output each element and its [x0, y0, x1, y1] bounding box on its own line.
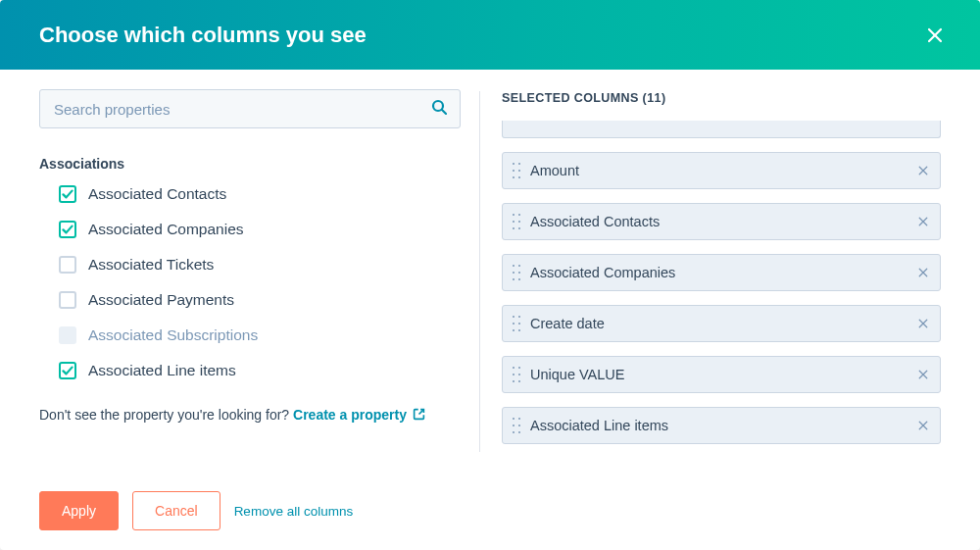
checkbox[interactable] — [59, 185, 76, 203]
remove-column-button[interactable] — [918, 266, 928, 280]
pane-divider — [479, 91, 480, 452]
association-row[interactable]: Associated Contacts — [59, 185, 461, 203]
checkbox[interactable] — [59, 291, 76, 309]
drag-handle-icon[interactable] — [513, 214, 520, 229]
association-row: Associated Subscriptions — [59, 326, 461, 344]
close-icon — [918, 319, 928, 328]
modal-header: Choose which columns you see — [0, 0, 980, 70]
close-icon — [918, 268, 928, 277]
checkmark-icon — [62, 224, 74, 235]
close-button[interactable] — [919, 20, 951, 51]
remove-column-button[interactable] — [918, 164, 928, 178]
apply-button[interactable]: Apply — [39, 491, 119, 530]
remove-column-button[interactable] — [918, 419, 928, 433]
search-wrap — [39, 89, 461, 128]
association-label: Associated Tickets — [88, 256, 214, 274]
association-list: Associated ContactsAssociated CompaniesA… — [39, 185, 461, 379]
association-label: Associated Contacts — [88, 185, 226, 203]
close-icon — [927, 27, 943, 43]
association-label: Associated Subscriptions — [88, 326, 258, 344]
checkbox[interactable] — [59, 362, 76, 379]
remove-column-button[interactable] — [918, 317, 928, 331]
association-label: Associated Companies — [88, 221, 244, 238]
association-row[interactable]: Associated Companies — [59, 221, 461, 238]
checkbox[interactable] — [59, 221, 76, 238]
selected-column-label: Unique VALUE — [530, 367, 908, 382]
remove-column-button[interactable] — [918, 215, 928, 229]
external-link-icon — [413, 408, 425, 421]
overflow-column-card[interactable] — [502, 121, 941, 138]
checkmark-icon — [62, 188, 74, 200]
selected-columns-heading: SELECTED COLUMNS (11) — [502, 91, 941, 105]
cancel-button[interactable]: Cancel — [132, 491, 220, 530]
checkbox — [59, 326, 76, 344]
selected-column-label: Associated Contacts — [530, 214, 908, 229]
group-heading: Associations — [39, 156, 461, 172]
drag-handle-icon[interactable] — [513, 367, 520, 382]
selected-column-label: Create date — [530, 316, 908, 331]
selected-column-label: Amount — [530, 163, 908, 178]
drag-handle-icon[interactable] — [513, 316, 520, 331]
remove-column-button[interactable] — [918, 368, 928, 382]
selected-column-card[interactable]: Create date — [502, 305, 941, 342]
selected-column-card[interactable]: Associated Line items — [502, 407, 941, 444]
left-pane: Associations Associated ContactsAssociat… — [0, 70, 480, 550]
footer-actions: Apply Cancel Remove all columns — [39, 491, 353, 530]
close-icon — [918, 166, 928, 175]
close-icon — [918, 421, 928, 430]
helper-text: Don't see the property you're looking fo… — [39, 407, 293, 423]
checkmark-icon — [62, 365, 74, 376]
create-property-link[interactable]: Create a property — [293, 407, 425, 423]
create-property-label: Create a property — [293, 407, 407, 423]
selected-columns-list: AmountAssociated ContactsAssociated Comp… — [502, 152, 941, 444]
close-icon — [918, 370, 928, 379]
selected-column-label: Associated Companies — [530, 265, 908, 280]
selected-column-card[interactable]: Associated Contacts — [502, 203, 941, 240]
search-icon — [431, 99, 447, 119]
selected-column-card[interactable]: Associated Companies — [502, 254, 941, 291]
selected-column-label: Associated Line items — [530, 418, 908, 433]
apply-label: Apply — [62, 503, 96, 519]
drag-handle-icon[interactable] — [513, 163, 520, 178]
selected-column-card[interactable]: Amount — [502, 152, 941, 189]
cancel-label: Cancel — [155, 503, 198, 519]
search-input[interactable] — [39, 89, 461, 128]
checkbox[interactable] — [59, 256, 76, 274]
association-row[interactable]: Associated Line items — [59, 362, 461, 379]
association-label: Associated Payments — [88, 291, 234, 309]
drag-handle-icon[interactable] — [513, 418, 520, 433]
selected-column-card[interactable]: Unique VALUE — [502, 356, 941, 393]
modal-body: Associations Associated ContactsAssociat… — [0, 70, 980, 550]
close-icon — [918, 217, 928, 226]
association-label: Associated Line items — [88, 362, 236, 379]
svg-line-3 — [442, 110, 446, 114]
modal-title: Choose which columns you see — [39, 23, 367, 48]
column-picker-modal: Choose which columns you see Association… — [0, 0, 980, 550]
remove-all-link[interactable]: Remove all columns — [234, 504, 354, 519]
association-row[interactable]: Associated Tickets — [59, 256, 461, 274]
drag-handle-icon[interactable] — [513, 265, 520, 280]
helper-row: Don't see the property you're looking fo… — [39, 407, 461, 423]
right-pane: SELECTED COLUMNS (11) AmountAssociated C… — [480, 70, 980, 550]
association-row[interactable]: Associated Payments — [59, 291, 461, 309]
